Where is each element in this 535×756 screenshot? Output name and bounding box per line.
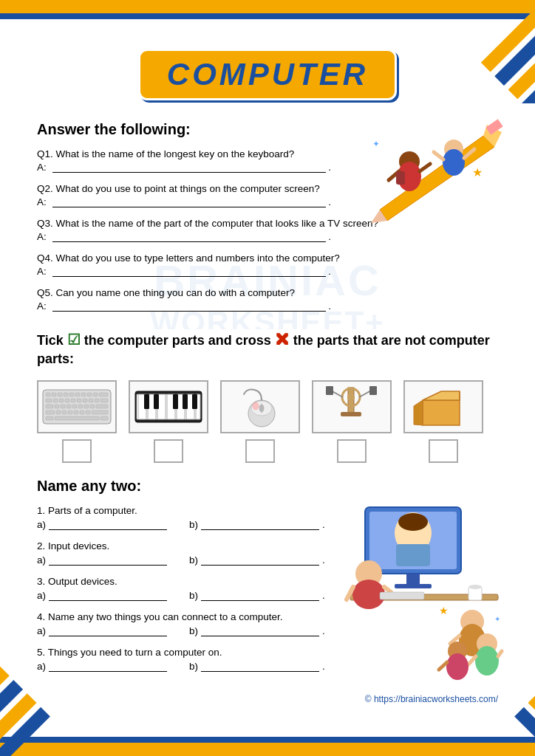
copyright-symbol: © bbox=[365, 694, 372, 704]
svg-rect-67 bbox=[46, 416, 53, 420]
item-box bbox=[403, 380, 483, 463]
svg-rect-40 bbox=[53, 399, 58, 402]
svg-rect-81 bbox=[183, 394, 188, 409]
svg-rect-37 bbox=[93, 393, 98, 396]
svg-line-125 bbox=[439, 662, 447, 670]
svg-rect-48 bbox=[100, 399, 108, 402]
svg-rect-56 bbox=[90, 405, 95, 408]
items-row bbox=[37, 380, 498, 463]
mouse-image-box bbox=[220, 380, 300, 433]
svg-rect-93 bbox=[326, 386, 333, 395]
computer-illustration: ★ ✦ bbox=[343, 485, 505, 692]
svg-rect-60 bbox=[62, 410, 67, 414]
svg-marker-98 bbox=[414, 400, 423, 425]
svg-rect-47 bbox=[95, 399, 99, 402]
box-image-box bbox=[403, 380, 483, 433]
item-piano bbox=[129, 380, 208, 463]
svg-text:★: ★ bbox=[472, 166, 483, 179]
piano-checkbox[interactable] bbox=[154, 439, 183, 463]
name-line-a-3 bbox=[49, 600, 167, 601]
svg-rect-95 bbox=[369, 386, 377, 395]
svg-marker-97 bbox=[423, 391, 460, 400]
svg-point-124 bbox=[446, 653, 468, 680]
footer-url: https://brainiacworksheets.com/ bbox=[374, 694, 498, 704]
name-answer-b-4: b) . bbox=[189, 625, 325, 636]
answer-3: A: . bbox=[37, 231, 498, 242]
name-answer-b-5: b) . bbox=[189, 661, 325, 672]
svg-rect-105 bbox=[406, 574, 420, 585]
svg-rect-65 bbox=[92, 410, 108, 414]
box-checkbox[interactable] bbox=[429, 439, 458, 463]
svg-rect-78 bbox=[144, 394, 149, 409]
pulley-svg bbox=[315, 384, 389, 430]
name-answer-a-4: a) bbox=[37, 625, 167, 636]
answer-line-5 bbox=[52, 311, 326, 312]
svg-rect-96 bbox=[423, 400, 460, 425]
piano-image-box bbox=[129, 380, 208, 433]
svg-rect-38 bbox=[99, 393, 108, 396]
svg-rect-112 bbox=[380, 592, 424, 599]
svg-rect-49 bbox=[46, 405, 53, 408]
keyboard-checkbox[interactable] bbox=[62, 439, 92, 463]
svg-rect-39 bbox=[46, 399, 52, 402]
svg-rect-62 bbox=[74, 410, 78, 414]
name-answer-a-1: a) bbox=[37, 519, 167, 530]
name-answer-a-2: a) bbox=[37, 554, 167, 566]
main-content: BRAINIAC WORKSHEET+ COMPUTER Answer the … bbox=[0, 19, 535, 749]
qa-section: Answer the following: bbox=[37, 121, 498, 312]
svg-point-120 bbox=[475, 646, 499, 676]
kids-svg: ★ ✦ bbox=[358, 106, 505, 224]
svg-rect-32 bbox=[64, 393, 68, 396]
name-answer-b-2: b) . bbox=[189, 554, 325, 566]
svg-rect-55 bbox=[84, 405, 89, 408]
svg-rect-89 bbox=[341, 412, 361, 416]
name-line-a-2 bbox=[49, 565, 167, 566]
svg-rect-80 bbox=[173, 394, 178, 409]
answer-line-2 bbox=[52, 207, 326, 207]
svg-rect-50 bbox=[55, 405, 59, 408]
svg-point-104 bbox=[398, 513, 428, 531]
svg-point-22 bbox=[443, 149, 465, 176]
mouse-checkbox[interactable] bbox=[245, 439, 275, 463]
svg-text:✦: ✦ bbox=[494, 615, 500, 623]
name-line-a-1 bbox=[49, 529, 167, 530]
cross-icon: 🗙 bbox=[275, 331, 290, 348]
svg-rect-61 bbox=[68, 410, 72, 414]
svg-rect-53 bbox=[72, 405, 77, 408]
name-answer-b-3: b) . bbox=[189, 590, 325, 601]
pulley-checkbox[interactable] bbox=[337, 439, 367, 463]
piano-svg bbox=[132, 384, 205, 430]
svg-rect-34 bbox=[75, 393, 80, 396]
keyboard-image-box bbox=[37, 380, 117, 433]
footer: © https://brainiacworksheets.com/ bbox=[37, 694, 498, 704]
name-line-b-5 bbox=[201, 671, 319, 672]
svg-text:★: ★ bbox=[439, 605, 449, 616]
item-keyboard bbox=[37, 380, 117, 463]
qa-item-4: Q4. What do you use to type letters and … bbox=[37, 252, 498, 277]
svg-rect-64 bbox=[86, 410, 90, 414]
svg-rect-58 bbox=[46, 410, 55, 414]
tick-heading: Tick ☑ the computer parts and cross 🗙 th… bbox=[37, 329, 498, 368]
name-line-a-5 bbox=[49, 671, 167, 672]
svg-rect-41 bbox=[59, 399, 64, 402]
answer-line-4 bbox=[52, 276, 326, 277]
name-answer-b-1: b) . bbox=[189, 519, 325, 530]
svg-rect-82 bbox=[192, 394, 197, 409]
svg-rect-103 bbox=[396, 544, 430, 566]
svg-text:✦: ✦ bbox=[372, 139, 380, 149]
svg-point-91 bbox=[347, 394, 355, 401]
qa-item-5: Q5. Can you name one thing you can do wi… bbox=[37, 287, 498, 312]
svg-rect-45 bbox=[83, 399, 87, 402]
svg-rect-57 bbox=[96, 405, 108, 408]
svg-rect-44 bbox=[77, 399, 81, 402]
svg-rect-35 bbox=[81, 393, 86, 396]
tick-section: Tick ☑ the computer parts and cross 🗙 th… bbox=[37, 329, 498, 463]
svg-line-121 bbox=[467, 656, 476, 666]
content-wrapper: COMPUTER Answer the following: bbox=[37, 49, 498, 704]
kids-pencil-illustration: ★ ✦ bbox=[358, 106, 505, 224]
title-box: COMPUTER bbox=[138, 49, 397, 100]
title-container: COMPUTER bbox=[37, 49, 498, 100]
svg-rect-42 bbox=[65, 399, 69, 402]
svg-rect-51 bbox=[61, 405, 65, 408]
name-line-b-1 bbox=[201, 529, 319, 530]
